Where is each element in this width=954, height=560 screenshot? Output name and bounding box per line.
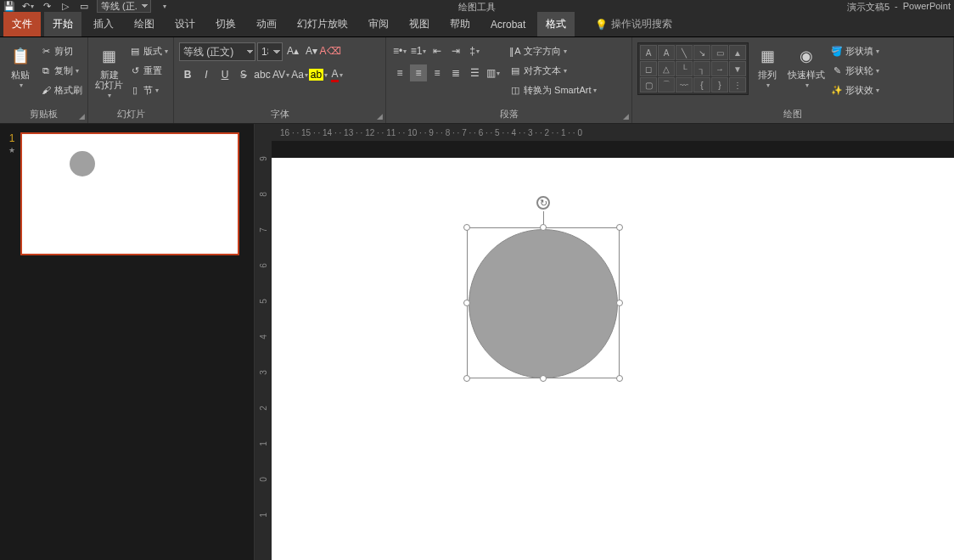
bullets-button[interactable]: ≡• xyxy=(391,42,408,59)
grow-font-button[interactable]: A▴ xyxy=(284,42,301,59)
vertical-ruler[interactable]: 9 8 7 6 5 4 3 2 1 0 1 xyxy=(255,141,272,560)
ellipse-shape[interactable] xyxy=(469,229,618,378)
format-painter-button[interactable]: 🖌格式刷 xyxy=(39,81,82,98)
slide-editor[interactable]: 16 · · 15 · · 14 · · 13 · · 12 · · 11 · … xyxy=(255,124,954,560)
new-slide-button[interactable]: ▦ 新建 幻灯片 xyxy=(93,42,125,101)
cut-button[interactable]: ✂剪切 xyxy=(39,42,82,59)
tell-me-search[interactable]: 💡 操作说明搜索 xyxy=(595,17,672,31)
numbering-button[interactable]: ≡1 xyxy=(410,42,427,59)
tab-view[interactable]: 视图 xyxy=(401,12,438,36)
paste-button[interactable]: 📋 粘贴 xyxy=(5,42,36,91)
resize-handle-bl[interactable] xyxy=(463,375,470,382)
align-right-button[interactable]: ≡ xyxy=(429,64,446,81)
resize-handle-tl[interactable] xyxy=(463,224,470,231)
shape-roundrect-icon[interactable]: ▢ xyxy=(640,77,657,92)
char-spacing-button[interactable]: AV xyxy=(272,66,289,83)
resize-handle-tm[interactable] xyxy=(540,224,547,231)
shape-triangle-icon[interactable]: △ xyxy=(658,61,675,76)
font-size-select[interactable]: 18 xyxy=(257,42,283,61)
shape-selection-box[interactable] xyxy=(467,227,620,378)
shape-down-icon[interactable]: ▼ xyxy=(729,61,746,76)
tab-transitions[interactable]: 切换 xyxy=(207,12,244,36)
shape-rect-icon[interactable]: ▭ xyxy=(711,45,728,60)
shape-vtextbox-icon[interactable]: A xyxy=(658,45,675,60)
font-name-select[interactable]: 等线 (正文) xyxy=(179,42,255,61)
text-direction-button[interactable]: ‖A文字方向 xyxy=(508,42,597,59)
tab-help[interactable]: 帮助 xyxy=(441,12,479,36)
highlight-button[interactable]: ab xyxy=(310,66,327,83)
shapes-gallery[interactable]: A A ╲ ↘ ▭ ▲ ◻ △ └ ┐ → ▼ ▢ ⌒ 〰 { } ⋮ xyxy=(637,42,749,95)
distribute-button[interactable]: ☰ xyxy=(466,64,483,81)
qat-font-preview[interactable]: 等线 (正... xyxy=(97,0,151,13)
paragraph-launcher-icon[interactable]: ◢ xyxy=(623,112,629,120)
qat-customize-icon[interactable] xyxy=(158,0,170,12)
shape-outline-button[interactable]: ✎形状轮 xyxy=(830,62,879,79)
tab-review[interactable]: 审阅 xyxy=(360,12,397,36)
convert-smartart-button[interactable]: ◫转换为 SmartArt xyxy=(508,81,597,98)
tab-acrobat[interactable]: Acrobat xyxy=(482,14,534,36)
tab-file[interactable]: 文件 xyxy=(3,12,41,36)
tab-animations[interactable]: 动画 xyxy=(248,12,285,36)
start-from-beginning-icon[interactable]: ▷ xyxy=(59,0,71,12)
underline-button[interactable]: U xyxy=(216,66,233,83)
resize-handle-br[interactable] xyxy=(616,375,623,382)
reset-button[interactable]: ↺重置 xyxy=(128,62,168,79)
align-left-button[interactable]: ≡ xyxy=(391,64,408,81)
tab-insert[interactable]: 插入 xyxy=(85,12,122,36)
save-icon[interactable]: 💾 xyxy=(3,0,15,12)
shape-elbow2-icon[interactable]: ┐ xyxy=(693,61,710,76)
align-text-button[interactable]: ▤对齐文本 xyxy=(508,62,597,79)
font-launcher-icon[interactable]: ◢ xyxy=(377,112,383,120)
slide-canvas[interactable] xyxy=(272,158,954,560)
tab-draw[interactable]: 绘图 xyxy=(126,12,163,36)
shape-square-icon[interactable]: ◻ xyxy=(640,61,657,76)
resize-handle-mr[interactable] xyxy=(616,300,623,306)
shape-fill-button[interactable]: 🪣形状填 xyxy=(830,42,879,59)
tab-home[interactable]: 开始 xyxy=(44,12,81,36)
justify-button[interactable]: ≣ xyxy=(447,64,464,81)
shape-wave-icon[interactable]: 〰 xyxy=(676,77,693,92)
shape-effects-button[interactable]: ✨形状效 xyxy=(830,81,879,98)
shape-curve-icon[interactable]: ⌒ xyxy=(658,77,675,92)
slide-thumbnail-panel[interactable]: 1 ★ xyxy=(0,124,255,560)
clear-formatting-button[interactable]: A⌫ xyxy=(322,42,339,59)
horizontal-ruler[interactable]: 16 · · 15 · · 14 · · 13 · · 12 · · 11 · … xyxy=(255,124,954,141)
quick-styles-button[interactable]: ◉ 快速样式 xyxy=(786,42,827,91)
redo-button[interactable]: ↷ xyxy=(41,0,53,12)
slide-thumbnail-canvas[interactable] xyxy=(20,132,239,255)
line-spacing-button[interactable]: ‡ xyxy=(466,42,483,59)
shrink-font-button[interactable]: A▾ xyxy=(303,42,320,59)
shape-up-icon[interactable]: ▲ xyxy=(729,45,746,60)
layout-button[interactable]: ▤版式 xyxy=(128,42,168,59)
clipboard-launcher-icon[interactable]: ◢ xyxy=(79,112,85,120)
copy-button[interactable]: ⧉复制 xyxy=(39,62,82,79)
undo-button[interactable]: ↶ xyxy=(22,0,34,12)
slide-thumbnail-1[interactable]: 1 ★ xyxy=(8,132,245,255)
increase-indent-button[interactable]: ⇥ xyxy=(447,42,464,59)
shape-textbox-icon[interactable]: A xyxy=(640,45,657,60)
shadow-button[interactable]: abc xyxy=(254,66,271,83)
tab-format[interactable]: 格式 xyxy=(537,12,575,36)
shape-brace-r-icon[interactable]: } xyxy=(711,77,728,92)
shape-arrow-icon[interactable]: → xyxy=(711,61,728,76)
font-color-button[interactable]: A xyxy=(328,66,345,83)
resize-handle-bm[interactable] xyxy=(540,375,547,382)
rotation-handle[interactable] xyxy=(536,196,550,210)
tab-slideshow[interactable]: 幻灯片放映 xyxy=(289,12,356,36)
tab-design[interactable]: 设计 xyxy=(166,12,204,36)
align-center-button[interactable]: ≡ xyxy=(410,64,427,81)
bold-button[interactable]: B xyxy=(179,66,196,83)
resize-handle-tr[interactable] xyxy=(616,224,623,231)
italic-button[interactable]: I xyxy=(198,66,215,83)
resize-handle-ml[interactable] xyxy=(463,300,470,306)
decrease-indent-button[interactable]: ⇤ xyxy=(429,42,446,59)
shape-elbow-icon[interactable]: └ xyxy=(676,61,693,76)
shape-line-icon[interactable]: ╲ xyxy=(676,45,693,60)
shape-arrowline-icon[interactable]: ↘ xyxy=(693,45,710,60)
shape-more-icon[interactable]: ⋮ xyxy=(729,77,746,92)
shape-brace-l-icon[interactable]: { xyxy=(693,77,710,92)
touch-mode-icon[interactable]: ▭ xyxy=(78,0,90,12)
change-case-button[interactable]: Aa xyxy=(291,66,308,83)
section-button[interactable]: ▯节 xyxy=(128,81,168,98)
arrange-button[interactable]: ▦ 排列 xyxy=(752,42,783,91)
